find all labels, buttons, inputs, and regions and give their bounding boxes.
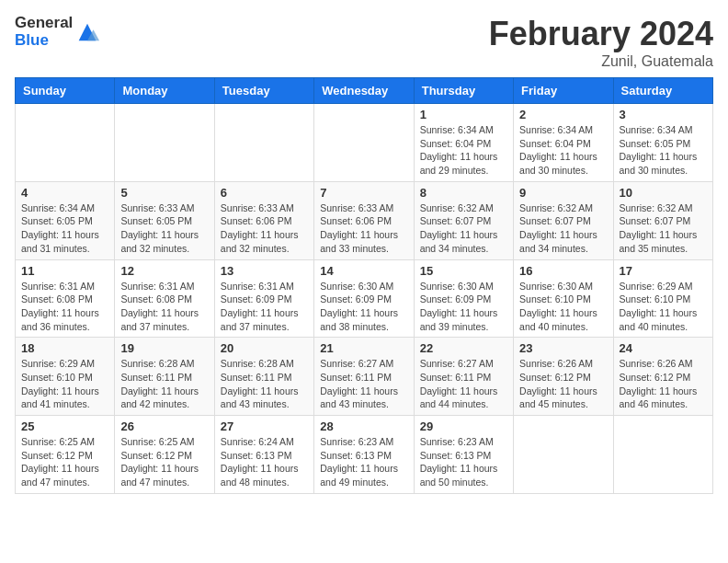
column-header-thursday: Thursday bbox=[414, 78, 513, 104]
day-number: 1 bbox=[420, 108, 507, 121]
day-info: Sunrise: 6:30 AM Sunset: 6:09 PM Dayligh… bbox=[420, 280, 507, 334]
calendar-cell: 12Sunrise: 6:31 AM Sunset: 6:08 PM Dayli… bbox=[115, 259, 214, 338]
day-info: Sunrise: 6:33 AM Sunset: 6:05 PM Dayligh… bbox=[120, 201, 208, 256]
day-number: 3 bbox=[620, 108, 707, 121]
calendar-cell bbox=[115, 104, 214, 182]
day-info: Sunrise: 6:26 AM Sunset: 6:12 PM Dayligh… bbox=[620, 357, 707, 411]
day-info: Sunrise: 6:34 AM Sunset: 6:05 PM Dayligh… bbox=[21, 201, 108, 256]
day-info: Sunrise: 6:31 AM Sunset: 6:08 PM Dayligh… bbox=[120, 280, 208, 334]
calendar-cell: 21Sunrise: 6:27 AM Sunset: 6:11 PM Dayli… bbox=[314, 338, 414, 416]
calendar-cell: 8Sunrise: 6:32 AM Sunset: 6:07 PM Daylig… bbox=[414, 181, 513, 259]
day-number: 25 bbox=[21, 419, 108, 433]
calendar-cell bbox=[314, 104, 414, 182]
day-number: 24 bbox=[620, 341, 707, 355]
calendar-week-row: 18Sunrise: 6:29 AM Sunset: 6:10 PM Dayli… bbox=[16, 338, 713, 416]
calendar-cell: 11Sunrise: 6:31 AM Sunset: 6:08 PM Dayli… bbox=[16, 259, 115, 338]
day-number: 15 bbox=[420, 264, 507, 278]
day-info: Sunrise: 6:32 AM Sunset: 6:07 PM Dayligh… bbox=[420, 201, 507, 256]
column-header-monday: Monday bbox=[115, 78, 214, 104]
calendar-cell: 25Sunrise: 6:25 AM Sunset: 6:12 PM Dayli… bbox=[16, 416, 115, 494]
calendar-cell: 5Sunrise: 6:33 AM Sunset: 6:05 PM Daylig… bbox=[115, 181, 214, 259]
day-info: Sunrise: 6:32 AM Sunset: 6:07 PM Dayligh… bbox=[620, 201, 707, 256]
day-number: 18 bbox=[21, 341, 108, 355]
day-info: Sunrise: 6:25 AM Sunset: 6:12 PM Dayligh… bbox=[21, 435, 108, 489]
day-number: 13 bbox=[221, 264, 308, 278]
day-number: 22 bbox=[420, 341, 507, 355]
calendar-cell: 28Sunrise: 6:23 AM Sunset: 6:13 PM Dayli… bbox=[314, 416, 414, 494]
calendar-cell: 17Sunrise: 6:29 AM Sunset: 6:10 PM Dayli… bbox=[613, 259, 712, 338]
day-number: 14 bbox=[320, 264, 407, 278]
day-number: 17 bbox=[620, 264, 707, 278]
logo: General Blue bbox=[15, 15, 100, 49]
day-number: 5 bbox=[120, 186, 208, 200]
day-number: 29 bbox=[420, 419, 507, 433]
day-info: Sunrise: 6:29 AM Sunset: 6:10 PM Dayligh… bbox=[21, 357, 108, 411]
day-info: Sunrise: 6:31 AM Sunset: 6:08 PM Dayligh… bbox=[21, 280, 108, 334]
day-info: Sunrise: 6:34 AM Sunset: 6:05 PM Dayligh… bbox=[620, 123, 707, 178]
calendar-cell: 23Sunrise: 6:26 AM Sunset: 6:12 PM Dayli… bbox=[514, 338, 613, 416]
calendar-header-row: SundayMondayTuesdayWednesdayThursdayFrid… bbox=[16, 78, 713, 104]
month-title: February 2024 bbox=[489, 15, 713, 53]
day-number: 23 bbox=[519, 341, 607, 355]
column-header-friday: Friday bbox=[514, 78, 613, 104]
calendar-cell: 10Sunrise: 6:32 AM Sunset: 6:07 PM Dayli… bbox=[613, 181, 712, 259]
day-number: 26 bbox=[120, 419, 208, 433]
day-info: Sunrise: 6:27 AM Sunset: 6:11 PM Dayligh… bbox=[320, 357, 407, 411]
calendar-cell: 19Sunrise: 6:28 AM Sunset: 6:11 PM Dayli… bbox=[115, 338, 214, 416]
day-info: Sunrise: 6:28 AM Sunset: 6:11 PM Dayligh… bbox=[221, 357, 308, 411]
column-header-tuesday: Tuesday bbox=[214, 78, 313, 104]
calendar-cell bbox=[613, 416, 712, 494]
calendar-cell: 6Sunrise: 6:33 AM Sunset: 6:06 PM Daylig… bbox=[214, 181, 313, 259]
calendar-week-row: 1Sunrise: 6:34 AM Sunset: 6:04 PM Daylig… bbox=[16, 104, 713, 182]
title-block: February 2024 Zunil, Guatemala bbox=[489, 15, 713, 70]
column-header-wednesday: Wednesday bbox=[314, 78, 414, 104]
calendar-cell: 13Sunrise: 6:31 AM Sunset: 6:09 PM Dayli… bbox=[214, 259, 313, 338]
calendar-week-row: 11Sunrise: 6:31 AM Sunset: 6:08 PM Dayli… bbox=[16, 259, 713, 338]
day-info: Sunrise: 6:28 AM Sunset: 6:11 PM Dayligh… bbox=[120, 357, 208, 411]
column-header-sunday: Sunday bbox=[16, 78, 115, 104]
calendar-table: SundayMondayTuesdayWednesdayThursdayFrid… bbox=[15, 77, 713, 494]
day-info: Sunrise: 6:29 AM Sunset: 6:10 PM Dayligh… bbox=[620, 280, 707, 334]
calendar-cell: 15Sunrise: 6:30 AM Sunset: 6:09 PM Dayli… bbox=[414, 259, 513, 338]
calendar-cell: 9Sunrise: 6:32 AM Sunset: 6:07 PM Daylig… bbox=[514, 181, 613, 259]
day-number: 19 bbox=[120, 341, 208, 355]
day-number: 10 bbox=[620, 186, 707, 200]
day-info: Sunrise: 6:33 AM Sunset: 6:06 PM Dayligh… bbox=[221, 201, 308, 256]
day-info: Sunrise: 6:34 AM Sunset: 6:04 PM Dayligh… bbox=[420, 123, 507, 178]
calendar-cell bbox=[514, 416, 613, 494]
page-header: General Blue February 2024 Zunil, Guatem… bbox=[15, 15, 713, 70]
day-info: Sunrise: 6:23 AM Sunset: 6:13 PM Dayligh… bbox=[420, 435, 507, 489]
calendar-cell: 18Sunrise: 6:29 AM Sunset: 6:10 PM Dayli… bbox=[16, 338, 115, 416]
calendar-cell: 26Sunrise: 6:25 AM Sunset: 6:12 PM Dayli… bbox=[115, 416, 214, 494]
day-number: 6 bbox=[221, 186, 308, 200]
day-info: Sunrise: 6:23 AM Sunset: 6:13 PM Dayligh… bbox=[320, 435, 407, 489]
calendar-cell: 24Sunrise: 6:26 AM Sunset: 6:12 PM Dayli… bbox=[613, 338, 712, 416]
calendar-cell: 27Sunrise: 6:24 AM Sunset: 6:13 PM Dayli… bbox=[214, 416, 313, 494]
calendar-cell: 20Sunrise: 6:28 AM Sunset: 6:11 PM Dayli… bbox=[214, 338, 313, 416]
day-number: 21 bbox=[320, 341, 407, 355]
location-subtitle: Zunil, Guatemala bbox=[489, 53, 713, 70]
day-number: 8 bbox=[420, 186, 507, 200]
day-number: 16 bbox=[519, 264, 607, 278]
calendar-cell: 29Sunrise: 6:23 AM Sunset: 6:13 PM Dayli… bbox=[414, 416, 513, 494]
day-info: Sunrise: 6:33 AM Sunset: 6:06 PM Dayligh… bbox=[320, 201, 407, 256]
day-number: 12 bbox=[120, 264, 208, 278]
logo-general: General bbox=[15, 15, 73, 32]
calendar-cell: 1Sunrise: 6:34 AM Sunset: 6:04 PM Daylig… bbox=[414, 104, 513, 182]
calendar-cell: 7Sunrise: 6:33 AM Sunset: 6:06 PM Daylig… bbox=[314, 181, 414, 259]
day-info: Sunrise: 6:24 AM Sunset: 6:13 PM Dayligh… bbox=[221, 435, 308, 489]
day-info: Sunrise: 6:25 AM Sunset: 6:12 PM Dayligh… bbox=[120, 435, 208, 489]
calendar-week-row: 4Sunrise: 6:34 AM Sunset: 6:05 PM Daylig… bbox=[16, 181, 713, 259]
day-number: 2 bbox=[519, 108, 607, 121]
day-number: 11 bbox=[21, 264, 108, 278]
day-info: Sunrise: 6:27 AM Sunset: 6:11 PM Dayligh… bbox=[420, 357, 507, 411]
calendar-week-row: 25Sunrise: 6:25 AM Sunset: 6:12 PM Dayli… bbox=[16, 416, 713, 494]
day-info: Sunrise: 6:26 AM Sunset: 6:12 PM Dayligh… bbox=[519, 357, 607, 411]
day-number: 9 bbox=[519, 186, 607, 200]
day-info: Sunrise: 6:30 AM Sunset: 6:09 PM Dayligh… bbox=[320, 280, 407, 334]
calendar-cell: 14Sunrise: 6:30 AM Sunset: 6:09 PM Dayli… bbox=[314, 259, 414, 338]
logo-icon bbox=[74, 19, 100, 45]
day-number: 27 bbox=[221, 419, 308, 433]
day-info: Sunrise: 6:31 AM Sunset: 6:09 PM Dayligh… bbox=[221, 280, 308, 334]
day-number: 7 bbox=[320, 186, 407, 200]
